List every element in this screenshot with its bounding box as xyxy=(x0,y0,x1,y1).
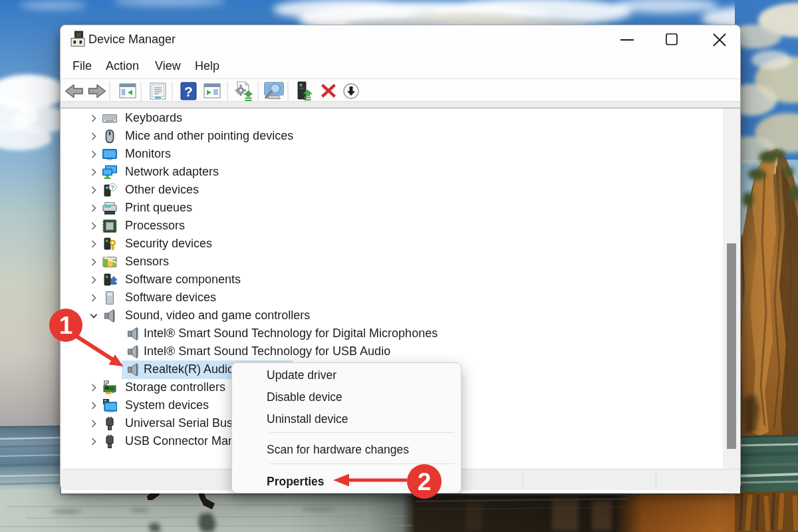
svg-text:?: ? xyxy=(184,84,193,99)
